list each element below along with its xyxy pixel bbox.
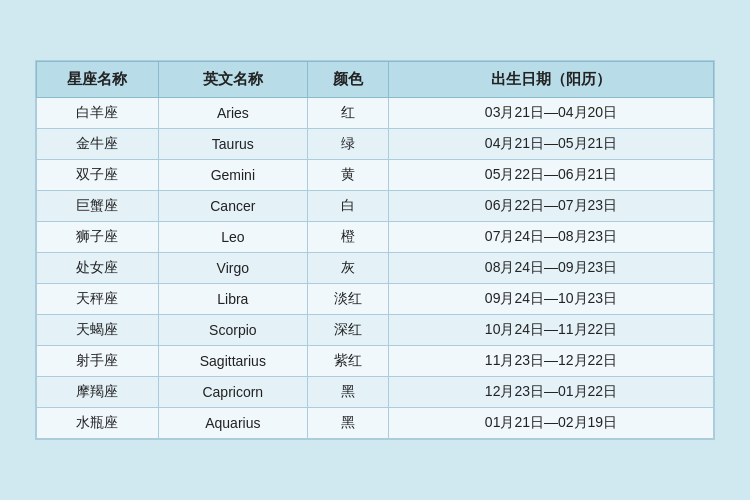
cell-color: 深红 xyxy=(307,315,388,346)
cell-color: 白 xyxy=(307,191,388,222)
cell-date: 06月22日—07月23日 xyxy=(389,191,714,222)
cell-color: 淡红 xyxy=(307,284,388,315)
cell-date: 08月24日—09月23日 xyxy=(389,253,714,284)
cell-english: Taurus xyxy=(158,129,307,160)
cell-chinese: 天蝎座 xyxy=(37,315,159,346)
cell-english: Leo xyxy=(158,222,307,253)
cell-date: 11月23日—12月22日 xyxy=(389,346,714,377)
cell-color: 黄 xyxy=(307,160,388,191)
cell-color: 橙 xyxy=(307,222,388,253)
table-body: 白羊座Aries红03月21日—04月20日金牛座Taurus绿04月21日—0… xyxy=(37,98,714,439)
cell-color: 绿 xyxy=(307,129,388,160)
cell-chinese: 狮子座 xyxy=(37,222,159,253)
table-row: 金牛座Taurus绿04月21日—05月21日 xyxy=(37,129,714,160)
table-row: 巨蟹座Cancer白06月22日—07月23日 xyxy=(37,191,714,222)
zodiac-table-container: 星座名称 英文名称 颜色 出生日期（阳历） 白羊座Aries红03月21日—04… xyxy=(35,60,715,440)
header-chinese: 星座名称 xyxy=(37,62,159,98)
header-date: 出生日期（阳历） xyxy=(389,62,714,98)
cell-chinese: 射手座 xyxy=(37,346,159,377)
table-row: 处女座Virgo灰08月24日—09月23日 xyxy=(37,253,714,284)
cell-english: Aries xyxy=(158,98,307,129)
header-english: 英文名称 xyxy=(158,62,307,98)
cell-color: 紫红 xyxy=(307,346,388,377)
cell-color: 红 xyxy=(307,98,388,129)
cell-color: 黑 xyxy=(307,377,388,408)
cell-chinese: 巨蟹座 xyxy=(37,191,159,222)
cell-date: 04月21日—05月21日 xyxy=(389,129,714,160)
zodiac-table: 星座名称 英文名称 颜色 出生日期（阳历） 白羊座Aries红03月21日—04… xyxy=(36,61,714,439)
cell-date: 12月23日—01月22日 xyxy=(389,377,714,408)
cell-date: 07月24日—08月23日 xyxy=(389,222,714,253)
cell-date: 03月21日—04月20日 xyxy=(389,98,714,129)
table-row: 双子座Gemini黄05月22日—06月21日 xyxy=(37,160,714,191)
cell-date: 01月21日—02月19日 xyxy=(389,408,714,439)
cell-chinese: 摩羯座 xyxy=(37,377,159,408)
cell-chinese: 水瓶座 xyxy=(37,408,159,439)
table-row: 射手座Sagittarius紫红11月23日—12月22日 xyxy=(37,346,714,377)
header-color: 颜色 xyxy=(307,62,388,98)
cell-chinese: 白羊座 xyxy=(37,98,159,129)
cell-color: 灰 xyxy=(307,253,388,284)
cell-chinese: 金牛座 xyxy=(37,129,159,160)
table-row: 天秤座Libra淡红09月24日—10月23日 xyxy=(37,284,714,315)
cell-chinese: 天秤座 xyxy=(37,284,159,315)
cell-english: Sagittarius xyxy=(158,346,307,377)
table-row: 狮子座Leo橙07月24日—08月23日 xyxy=(37,222,714,253)
cell-english: Cancer xyxy=(158,191,307,222)
cell-english: Virgo xyxy=(158,253,307,284)
table-header-row: 星座名称 英文名称 颜色 出生日期（阳历） xyxy=(37,62,714,98)
table-row: 天蝎座Scorpio深红10月24日—11月22日 xyxy=(37,315,714,346)
cell-color: 黑 xyxy=(307,408,388,439)
cell-english: Scorpio xyxy=(158,315,307,346)
table-row: 水瓶座Aquarius黑01月21日—02月19日 xyxy=(37,408,714,439)
table-row: 白羊座Aries红03月21日—04月20日 xyxy=(37,98,714,129)
table-row: 摩羯座Capricorn黑12月23日—01月22日 xyxy=(37,377,714,408)
cell-english: Capricorn xyxy=(158,377,307,408)
cell-english: Libra xyxy=(158,284,307,315)
cell-english: Aquarius xyxy=(158,408,307,439)
cell-chinese: 处女座 xyxy=(37,253,159,284)
cell-date: 05月22日—06月21日 xyxy=(389,160,714,191)
cell-date: 10月24日—11月22日 xyxy=(389,315,714,346)
cell-date: 09月24日—10月23日 xyxy=(389,284,714,315)
cell-chinese: 双子座 xyxy=(37,160,159,191)
cell-english: Gemini xyxy=(158,160,307,191)
